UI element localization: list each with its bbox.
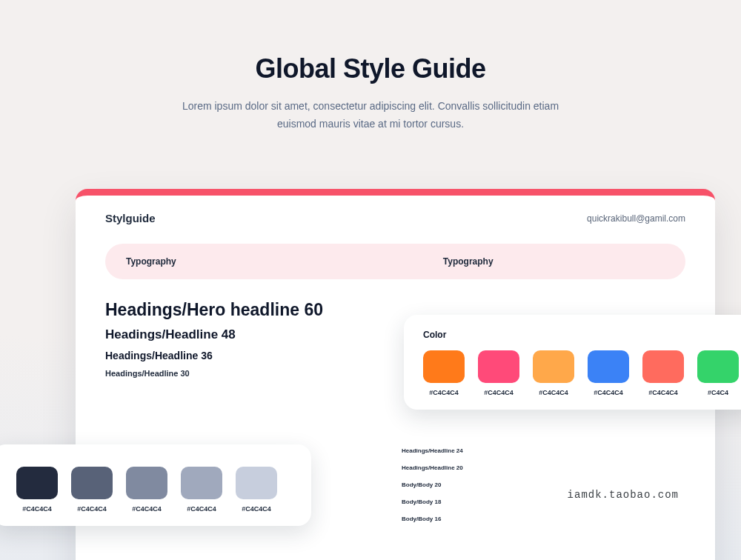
color-panel: Color #C4C4C4#C4C4C4#C4C4C4#C4C4C4#C4C4C… — [404, 315, 741, 410]
color-swatch[interactable]: #C4C4C4 — [423, 350, 465, 396]
color-chip — [236, 467, 277, 499]
color-hex-label: #C4C4C4 — [594, 389, 623, 396]
color-chip — [16, 467, 58, 499]
color-swatch[interactable]: #C4C4C4 — [642, 350, 684, 396]
contact-email[interactable]: quickrakibull@gamil.com — [587, 213, 685, 224]
tab-bar: Typography Typography — [105, 244, 685, 279]
type-sample-small: Body/Body 16 — [402, 516, 528, 522]
color-hex-label: #C4C4C4 — [484, 389, 514, 396]
typography-stack-small: Headings/Headline 24Headings/Headline 20… — [402, 447, 528, 533]
color-swatch[interactable]: #C4C4C4 — [478, 350, 519, 396]
color-swatch[interactable]: #C4C4C4 — [588, 350, 629, 396]
color-hex-label: #C4C4C4 — [187, 505, 216, 513]
color-hex-label: #C4C4C4 — [77, 505, 107, 513]
color-panel-title: Color — [423, 330, 741, 340]
color-chip — [126, 467, 167, 499]
tab-typography-2[interactable]: Typography — [443, 256, 494, 267]
color-chip — [533, 350, 574, 383]
color-chip — [642, 350, 684, 383]
color-chip — [71, 467, 113, 499]
color-swatch[interactable]: #C4C4C4 — [533, 350, 574, 396]
color-hex-label: #C4C4C4 — [132, 505, 162, 513]
gray-swatch-row: #C4C4C4#C4C4C4#C4C4C4#C4C4C4#C4C4C4 — [16, 467, 311, 513]
card-topbar: Stylguide quickrakibull@gamil.com — [105, 212, 685, 224]
color-chip — [697, 350, 739, 383]
color-swatch[interactable]: #C4C4 — [697, 350, 739, 396]
type-sample-small: Headings/Headline 20 — [402, 464, 528, 471]
color-hex-label: #C4C4C4 — [539, 389, 568, 396]
type-sample-small: Body/Body 20 — [402, 481, 528, 488]
tab-typography-1[interactable]: Typography — [126, 256, 176, 267]
type-sample-small: Headings/Headline 24 — [402, 447, 528, 454]
color-hex-label: #C4C4C4 — [242, 505, 271, 513]
color-swatch[interactable]: #C4C4C4 — [126, 467, 167, 513]
color-chip — [423, 350, 465, 383]
color-hex-label: #C4C4C4 — [22, 505, 52, 513]
hero: Global Style Guide Lorem ipsum dolor sit… — [0, 0, 741, 133]
color-swatch[interactable]: #C4C4C4 — [181, 467, 222, 513]
brand-label: Stylguide — [105, 212, 156, 224]
color-chip — [181, 467, 222, 499]
color-swatch[interactable]: #C4C4C4 — [71, 467, 113, 513]
color-chip — [588, 350, 629, 383]
watermark: iamdk.taobao.com — [568, 489, 679, 501]
color-chip — [478, 350, 519, 383]
page-subtitle: Lorem ipsum dolor sit amet, consectetur … — [178, 98, 563, 133]
gray-panel: #C4C4C4#C4C4C4#C4C4C4#C4C4C4#C4C4C4 — [0, 444, 311, 526]
color-hex-label: #C4C4C4 — [429, 389, 459, 396]
color-hex-label: #C4C4C4 — [648, 389, 678, 396]
color-swatch[interactable]: #C4C4C4 — [16, 467, 58, 513]
color-swatch[interactable]: #C4C4C4 — [236, 467, 277, 513]
color-hex-label: #C4C4 — [708, 389, 728, 396]
type-sample-small: Body/Body 18 — [402, 499, 528, 505]
page-title: Global Style Guide — [0, 53, 741, 84]
color-swatch-row: #C4C4C4#C4C4C4#C4C4C4#C4C4C4#C4C4C4#C4C4 — [423, 350, 741, 396]
